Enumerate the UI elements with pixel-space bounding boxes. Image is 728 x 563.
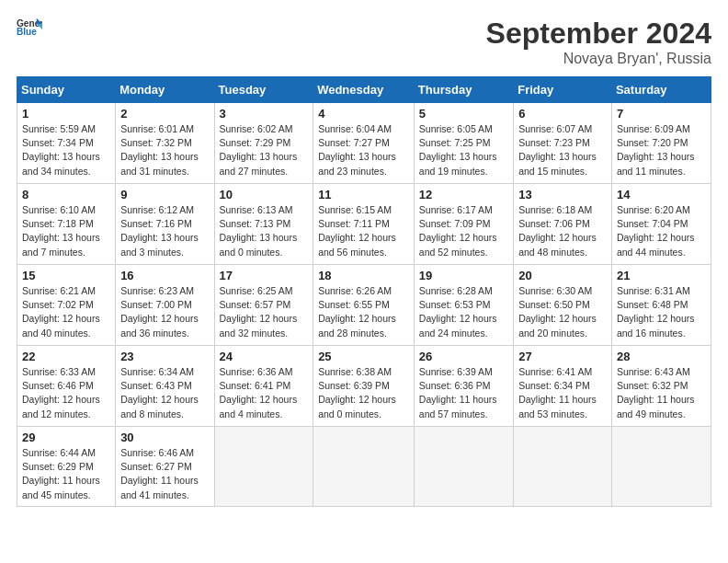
- day-cell-11: 11 Sunrise: 6:15 AMSunset: 7:11 PMDaylig…: [313, 184, 415, 265]
- day-number: 20: [518, 269, 607, 282]
- day-number: 18: [318, 269, 409, 282]
- day-cell-15: 15 Sunrise: 6:21 AMSunset: 7:02 PMDaylig…: [17, 265, 116, 346]
- day-number: 27: [518, 350, 607, 363]
- week-row-5: 29 Sunrise: 6:44 AMSunset: 6:29 PMDaylig…: [17, 427, 711, 507]
- day-cell-16: 16 Sunrise: 6:23 AMSunset: 7:00 PMDaylig…: [116, 265, 214, 346]
- day-number: 11: [318, 188, 409, 201]
- day-number: 7: [617, 107, 706, 121]
- svg-text:Blue: Blue: [17, 27, 37, 37]
- day-number: 5: [419, 107, 508, 121]
- day-cell-20: 20 Sunrise: 6:30 AMSunset: 6:50 PMDaylig…: [514, 265, 612, 346]
- header-saturday: Saturday: [611, 77, 711, 103]
- day-number: 12: [419, 188, 508, 201]
- day-info: Sunrise: 6:10 AMSunset: 7:18 PMDaylight:…: [22, 203, 110, 259]
- day-info: Sunrise: 6:04 AMSunset: 7:27 PMDaylight:…: [318, 122, 409, 178]
- empty-cell: [514, 427, 612, 507]
- day-cell-3: 3 Sunrise: 6:02 AMSunset: 7:29 PMDayligh…: [214, 103, 313, 184]
- day-number: 23: [120, 350, 209, 363]
- day-number: 3: [220, 107, 309, 121]
- day-number: 19: [419, 269, 508, 282]
- header-friday: Friday: [514, 77, 612, 103]
- title-block: September 2024 Novaya Bryan', Russia: [486, 17, 711, 67]
- day-number: 25: [318, 350, 409, 363]
- day-info: Sunrise: 6:07 AMSunset: 7:23 PMDaylight:…: [518, 122, 607, 178]
- day-info: Sunrise: 6:02 AMSunset: 7:29 PMDaylight:…: [220, 122, 309, 178]
- day-cell-13: 13 Sunrise: 6:18 AMSunset: 7:06 PMDaylig…: [514, 184, 612, 265]
- day-cell-10: 10 Sunrise: 6:13 AMSunset: 7:13 PMDaylig…: [214, 184, 313, 265]
- empty-cell: [214, 427, 313, 507]
- week-row-1: 1 Sunrise: 5:59 AMSunset: 7:34 PMDayligh…: [17, 103, 711, 184]
- page: General Blue September 2024 Novaya Bryan…: [0, 0, 728, 563]
- title-month: September 2024: [486, 17, 711, 51]
- day-info: Sunrise: 6:44 AMSunset: 6:29 PMDaylight:…: [22, 446, 110, 502]
- title-location: Novaya Bryan', Russia: [486, 51, 711, 67]
- header: General Blue September 2024 Novaya Bryan…: [17, 17, 711, 67]
- day-number: 14: [617, 188, 706, 201]
- header-thursday: Thursday: [414, 77, 513, 103]
- day-info: Sunrise: 6:13 AMSunset: 7:13 PMDaylight:…: [220, 203, 309, 259]
- day-number: 1: [22, 107, 110, 121]
- day-cell-21: 21 Sunrise: 6:31 AMSunset: 6:48 PMDaylig…: [611, 265, 711, 346]
- day-number: 6: [518, 107, 607, 121]
- day-number: 24: [220, 350, 309, 363]
- empty-cell: [611, 427, 711, 507]
- day-number: 16: [120, 269, 209, 282]
- day-cell-12: 12 Sunrise: 6:17 AMSunset: 7:09 PMDaylig…: [414, 184, 513, 265]
- day-cell-9: 9 Sunrise: 6:12 AMSunset: 7:16 PMDayligh…: [116, 184, 214, 265]
- day-cell-19: 19 Sunrise: 6:28 AMSunset: 6:53 PMDaylig…: [414, 265, 513, 346]
- header-wednesday: Wednesday: [313, 77, 415, 103]
- day-cell-18: 18 Sunrise: 6:26 AMSunset: 6:55 PMDaylig…: [313, 265, 415, 346]
- day-number: 28: [617, 350, 706, 363]
- logo-icon: General Blue: [17, 17, 42, 37]
- day-number: 15: [22, 269, 110, 282]
- day-number: 17: [220, 269, 309, 282]
- day-info: Sunrise: 6:43 AMSunset: 6:32 PMDaylight:…: [617, 365, 706, 421]
- day-info: Sunrise: 6:26 AMSunset: 6:55 PMDaylight:…: [318, 284, 409, 340]
- day-cell-8: 8 Sunrise: 6:10 AMSunset: 7:18 PMDayligh…: [17, 184, 116, 265]
- day-cell-6: 6 Sunrise: 6:07 AMSunset: 7:23 PMDayligh…: [514, 103, 612, 184]
- weekday-header-row: Sunday Monday Tuesday Wednesday Thursday…: [17, 77, 711, 103]
- day-cell-17: 17 Sunrise: 6:25 AMSunset: 6:57 PMDaylig…: [214, 265, 313, 346]
- calendar-table: Sunday Monday Tuesday Wednesday Thursday…: [17, 76, 711, 507]
- day-info: Sunrise: 6:09 AMSunset: 7:20 PMDaylight:…: [617, 122, 706, 178]
- day-cell-27: 27 Sunrise: 6:41 AMSunset: 6:34 PMDaylig…: [514, 346, 612, 427]
- day-info: Sunrise: 6:21 AMSunset: 7:02 PMDaylight:…: [22, 284, 110, 340]
- day-info: Sunrise: 6:01 AMSunset: 7:32 PMDaylight:…: [120, 122, 209, 178]
- day-info: Sunrise: 6:41 AMSunset: 6:34 PMDaylight:…: [518, 365, 607, 421]
- day-cell-4: 4 Sunrise: 6:04 AMSunset: 7:27 PMDayligh…: [313, 103, 415, 184]
- day-info: Sunrise: 6:33 AMSunset: 6:46 PMDaylight:…: [22, 365, 110, 421]
- day-number: 22: [22, 350, 110, 363]
- empty-cell: [414, 427, 513, 507]
- day-cell-14: 14 Sunrise: 6:20 AMSunset: 7:04 PMDaylig…: [611, 184, 711, 265]
- day-number: 8: [22, 188, 110, 201]
- day-number: 21: [617, 269, 706, 282]
- day-cell-30: 30 Sunrise: 6:46 AMSunset: 6:27 PMDaylig…: [116, 427, 214, 507]
- day-cell-23: 23 Sunrise: 6:34 AMSunset: 6:43 PMDaylig…: [116, 346, 214, 427]
- day-cell-2: 2 Sunrise: 6:01 AMSunset: 7:32 PMDayligh…: [116, 103, 214, 184]
- day-info: Sunrise: 6:05 AMSunset: 7:25 PMDaylight:…: [419, 122, 508, 178]
- day-cell-29: 29 Sunrise: 6:44 AMSunset: 6:29 PMDaylig…: [17, 427, 116, 507]
- header-sunday: Sunday: [17, 77, 116, 103]
- day-cell-7: 7 Sunrise: 6:09 AMSunset: 7:20 PMDayligh…: [611, 103, 711, 184]
- day-cell-22: 22 Sunrise: 6:33 AMSunset: 6:46 PMDaylig…: [17, 346, 116, 427]
- day-number: 30: [120, 431, 209, 444]
- day-number: 9: [120, 188, 209, 201]
- day-number: 29: [22, 431, 110, 444]
- day-cell-28: 28 Sunrise: 6:43 AMSunset: 6:32 PMDaylig…: [611, 346, 711, 427]
- day-info: Sunrise: 6:38 AMSunset: 6:39 PMDaylight:…: [318, 365, 409, 421]
- day-cell-1: 1 Sunrise: 5:59 AMSunset: 7:34 PMDayligh…: [17, 103, 116, 184]
- header-tuesday: Tuesday: [214, 77, 313, 103]
- day-info: Sunrise: 6:28 AMSunset: 6:53 PMDaylight:…: [419, 284, 508, 340]
- day-info: Sunrise: 6:18 AMSunset: 7:06 PMDaylight:…: [518, 203, 607, 259]
- day-cell-5: 5 Sunrise: 6:05 AMSunset: 7:25 PMDayligh…: [414, 103, 513, 184]
- day-info: Sunrise: 6:17 AMSunset: 7:09 PMDaylight:…: [419, 203, 508, 259]
- day-info: Sunrise: 6:39 AMSunset: 6:36 PMDaylight:…: [419, 365, 508, 421]
- day-number: 13: [518, 188, 607, 201]
- header-monday: Monday: [116, 77, 214, 103]
- logo: General Blue: [17, 17, 42, 37]
- day-cell-26: 26 Sunrise: 6:39 AMSunset: 6:36 PMDaylig…: [414, 346, 513, 427]
- day-info: Sunrise: 6:34 AMSunset: 6:43 PMDaylight:…: [120, 365, 209, 421]
- day-number: 2: [120, 107, 209, 121]
- day-info: Sunrise: 6:25 AMSunset: 6:57 PMDaylight:…: [220, 284, 309, 340]
- week-row-2: 8 Sunrise: 6:10 AMSunset: 7:18 PMDayligh…: [17, 184, 711, 265]
